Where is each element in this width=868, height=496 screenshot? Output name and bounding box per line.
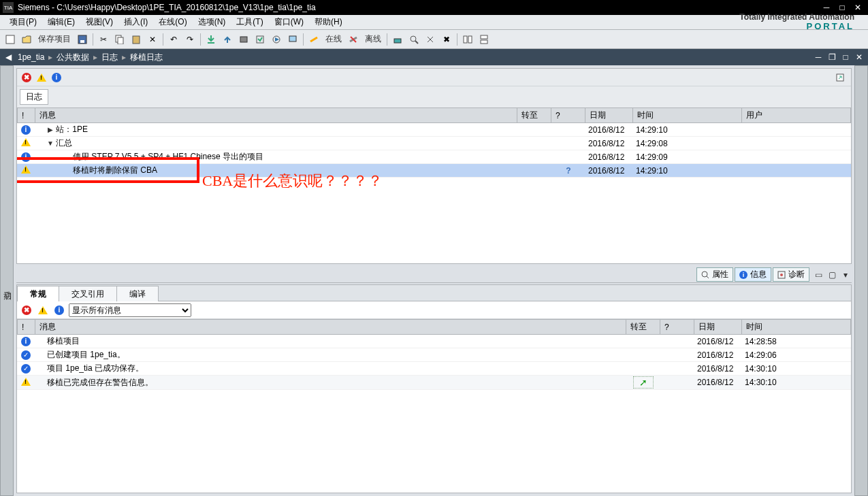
svg-point-23 — [780, 274, 783, 276]
goto-icon[interactable]: ➚ — [633, 376, 654, 388]
lfilter-warn-icon[interactable] — [36, 303, 50, 317]
lcol-msg[interactable]: 消息 — [35, 320, 626, 335]
split-editor-icon[interactable] — [460, 32, 475, 47]
menu-bar: 项目(P) 编辑(E) 视图(V) 插入(I) 在线(O) 选项(N) 工具(T… — [0, 15, 868, 30]
menu-online[interactable]: 在线(O) — [153, 15, 192, 29]
lower-tab-general[interactable]: 常规 — [17, 286, 59, 301]
svg-rect-7 — [240, 37, 247, 42]
upload-icon[interactable] — [220, 32, 235, 47]
close-button[interactable]: ✕ — [850, 2, 865, 13]
go-online-icon[interactable] — [306, 32, 321, 47]
log-row[interactable]: i使用 STEP 7 V5.5 + SP4 + HF1 Chinese 导出的项… — [17, 150, 851, 164]
lfilter-error-icon[interactable]: ✖ — [20, 303, 33, 317]
delete-icon[interactable]: ✕ — [145, 32, 160, 47]
download-icon[interactable] — [204, 32, 219, 47]
tab-properties[interactable]: 属性 — [696, 267, 733, 282]
info-date: 2016/8/12 — [694, 376, 742, 390]
editor-maximize-icon[interactable]: □ — [839, 52, 852, 63]
tab-diagnostics[interactable]: 诊断 — [773, 267, 809, 282]
cross-ref-icon[interactable] — [423, 32, 438, 47]
col-icon[interactable]: ! — [18, 108, 35, 123]
crumb-0[interactable]: 1pe_tia — [14, 52, 48, 62]
info-msg: 移植已完成但存在警告信息。 — [37, 378, 153, 387]
svg-rect-6 — [208, 42, 214, 44]
side-tab-start[interactable]: 启动 — [0, 65, 14, 496]
filter-warn-icon[interactable] — [35, 71, 48, 84]
lcol-date[interactable]: 日期 — [694, 320, 742, 335]
lcol-icon[interactable]: ! — [18, 320, 35, 335]
col-user[interactable]: 用户 — [742, 108, 851, 123]
filter-info-icon[interactable]: i — [50, 71, 63, 84]
log-row[interactable]: 移植时将删除保留 CBA?2016/8/1214:29:10 — [17, 164, 851, 178]
menu-help[interactable]: 帮助(H) — [309, 15, 348, 29]
log-msg: 使用 STEP 7 V5.5 + SP4 + HF1 Chinese 导出的项目 — [73, 152, 263, 161]
simulate-icon[interactable] — [269, 32, 284, 47]
inspector-tab-bar: 属性 i信息 诊断 ▭ ▢ ▾ — [16, 267, 852, 283]
warn-icon — [21, 378, 31, 386]
crumb-1[interactable]: 公共数据 — [52, 52, 93, 63]
window-title: Siemens - C:\Users\Happy\Desktop\1PE_TIA… — [18, 3, 819, 12]
maximize-button[interactable]: □ — [835, 2, 850, 13]
redo-icon[interactable]: ↷ — [182, 32, 197, 47]
minimize-button[interactable]: ─ — [819, 2, 834, 13]
col-q[interactable]: ? — [551, 108, 585, 123]
expander-icon[interactable]: ▶ — [47, 126, 54, 133]
log-row[interactable]: ▼ 汇总2016/8/1214:29:08 — [17, 137, 851, 150]
export-log-icon[interactable] — [833, 71, 847, 84]
crumb-2[interactable]: 日志 — [97, 52, 122, 63]
menu-tools[interactable]: 工具(T) — [231, 15, 268, 29]
inspector-collapse-icon[interactable]: ▭ — [812, 269, 824, 280]
inspector-pin-icon[interactable]: ▾ — [839, 269, 852, 280]
menu-window[interactable]: 窗口(W) — [269, 15, 309, 29]
message-filter-select[interactable]: 显示所有消息 — [69, 303, 191, 317]
editor-minimize-icon[interactable]: ─ — [812, 52, 824, 63]
undo-icon[interactable]: ↶ — [166, 32, 181, 47]
crumb-3[interactable]: 移植日志 — [126, 52, 167, 63]
menu-edit[interactable]: 编辑(E) — [42, 15, 80, 29]
col-goto[interactable]: 转至 — [517, 108, 551, 123]
col-time[interactable]: 时间 — [633, 108, 742, 123]
side-tab-tasks[interactable] — [854, 65, 868, 496]
menu-insert[interactable]: 插入(I) — [118, 15, 153, 29]
search-device-icon[interactable] — [406, 32, 421, 47]
split-vertical-icon[interactable] — [477, 32, 492, 47]
cancel-icon[interactable]: ✖ — [439, 32, 454, 47]
col-date[interactable]: 日期 — [585, 108, 633, 123]
lcol-time[interactable]: 时间 — [742, 320, 851, 335]
lower-tab-compile[interactable]: 编译 — [116, 286, 159, 301]
go-offline-icon[interactable] — [346, 32, 361, 47]
device-icon[interactable] — [236, 32, 251, 47]
editor-close-icon[interactable]: ✕ — [853, 52, 865, 63]
editor-restore-icon[interactable]: ❐ — [826, 52, 838, 63]
lcol-q[interactable]: ? — [660, 320, 694, 335]
open-project-icon[interactable] — [19, 32, 34, 47]
accessible-icon[interactable] — [390, 32, 405, 47]
expander-icon[interactable]: ▼ — [47, 139, 54, 147]
compile-icon[interactable] — [253, 32, 268, 47]
breadcrumb-prev-icon[interactable]: ◀ — [3, 51, 14, 63]
inspector-expand-icon[interactable]: ▢ — [826, 269, 838, 280]
save-icon[interactable] — [75, 32, 90, 47]
info-row[interactable]: i移植项目2016/8/1214:28:58 — [17, 335, 851, 348]
copy-icon[interactable] — [112, 32, 127, 47]
info-row[interactable]: ✓已创建项目 1pe_tia。2016/8/1214:29:06 — [17, 348, 851, 362]
hmi-icon[interactable] — [285, 32, 300, 47]
info-row[interactable]: ✓项目 1pe_tia 已成功保存。2016/8/1214:30:10 — [17, 362, 851, 376]
menu-view[interactable]: 视图(V) — [80, 15, 118, 29]
svg-rect-16 — [468, 36, 472, 43]
lower-tab-crossref[interactable]: 交叉引用 — [59, 286, 117, 301]
lfilter-info-icon[interactable]: i — [52, 303, 66, 317]
info-row[interactable]: 移植已完成但存在警告信息。➚2016/8/1214:30:10 — [17, 376, 851, 390]
col-msg[interactable]: 消息 — [35, 108, 517, 123]
online-label: 在线 — [323, 33, 344, 45]
new-project-icon[interactable] — [3, 32, 18, 47]
menu-project[interactable]: 项目(P) — [4, 15, 42, 29]
cut-icon[interactable]: ✂ — [96, 32, 111, 47]
menu-options[interactable]: 选项(N) — [193, 15, 231, 29]
paste-icon[interactable] — [129, 32, 144, 47]
tab-info[interactable]: i信息 — [735, 267, 771, 282]
lcol-goto[interactable]: 转至 — [626, 320, 660, 335]
filter-error-icon[interactable]: ✖ — [20, 71, 33, 84]
log-row[interactable]: i▶ 站：1PE2016/8/1214:29:10 — [17, 123, 851, 137]
check-icon: ✓ — [21, 364, 31, 374]
